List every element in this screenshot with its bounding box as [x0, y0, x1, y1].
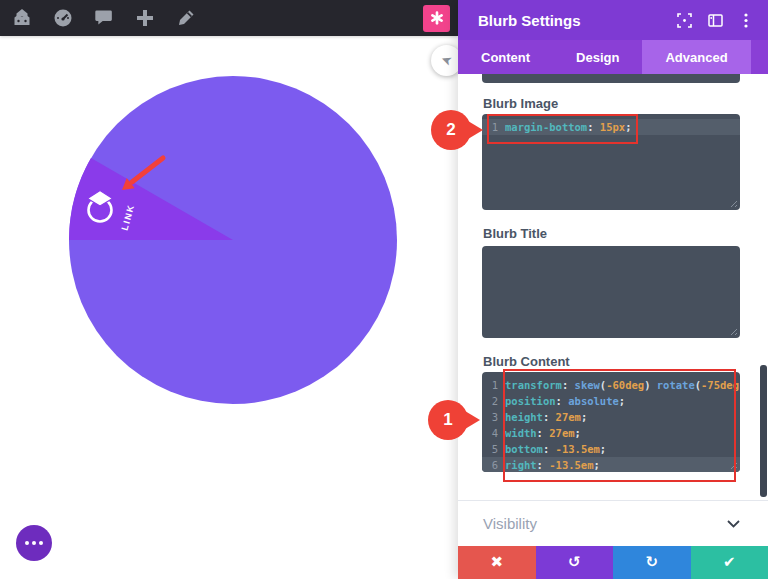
dashboard-gauge-icon[interactable]: [52, 7, 74, 29]
dock-panel-icon[interactable]: [707, 12, 723, 28]
code-line[interactable]: 3height: 27em;: [482, 409, 740, 425]
callout-badge-2: 2: [431, 110, 471, 150]
code-line[interactable]: 1transform: skew(-60deg) rotate(-75deg);: [482, 377, 740, 393]
focus-icon[interactable]: [676, 12, 692, 28]
ellipsis-dot: [39, 541, 43, 545]
page-settings-fab[interactable]: [16, 525, 52, 561]
panel-scrollbar-thumb[interactable]: [760, 365, 767, 497]
resize-grip-icon[interactable]: [728, 326, 737, 335]
save-button[interactable]: ✔: [691, 546, 768, 579]
discard-button[interactable]: ✖: [458, 546, 536, 579]
code-line[interactable]: 6right: -13.5em;: [482, 457, 740, 472]
field-label-blurb-image: Blurb Image: [483, 96, 558, 111]
kebab-menu-icon[interactable]: [738, 12, 754, 28]
callout-badge-1: 1: [428, 400, 468, 440]
blurb-module-preview[interactable]: LINK: [0, 0, 458, 579]
ellipsis-dot: [32, 541, 36, 545]
page-preview-canvas: LINK ➤: [0, 0, 458, 579]
code-line[interactable]: 5bottom: -13.5em;: [482, 441, 740, 457]
css-editor-blurb-content[interactable]: 1transform: skew(-60deg) rotate(-75deg);…: [482, 372, 740, 472]
admin-toolbar: [0, 0, 458, 36]
add-plus-icon[interactable]: [134, 7, 156, 29]
redo-button[interactable]: ↻: [613, 546, 691, 579]
divi-asterisk-icon: [429, 10, 445, 26]
divi-builder-button[interactable]: [423, 5, 450, 32]
partial-code-field[interactable]: [482, 74, 740, 83]
comment-icon[interactable]: [93, 7, 115, 29]
divi-builder-screen: LINK ➤ Blurb Settings: [0, 0, 768, 579]
cursor-arrow-icon: ➤: [439, 53, 454, 69]
undo-button[interactable]: ↺: [536, 546, 614, 579]
tab-design[interactable]: Design: [553, 40, 642, 74]
visibility-label: Visibility: [483, 515, 537, 532]
resize-grip-icon[interactable]: [728, 198, 737, 207]
css-editor-blurb-image[interactable]: 1margin-bottom: 15px;: [482, 114, 740, 210]
css-editor-blurb-title[interactable]: [482, 246, 740, 338]
pages-icon[interactable]: [11, 7, 33, 29]
edit-pencil-icon[interactable]: [175, 7, 197, 29]
code-line[interactable]: 1margin-bottom: 15px;: [482, 119, 740, 135]
visibility-section-toggle[interactable]: Visibility: [458, 500, 768, 546]
code-line[interactable]: 2position: absolute;: [482, 393, 740, 409]
tab-advanced[interactable]: Advanced: [642, 40, 750, 74]
code-line[interactable]: 4width: 27em;: [482, 425, 740, 441]
ellipsis-dot: [25, 541, 29, 545]
modal-title: Blurb Settings: [478, 12, 581, 29]
chevron-down-icon: [727, 520, 740, 528]
modal-header: Blurb Settings: [458, 0, 768, 40]
settings-scroll-area: Blurb Image 1margin-bottom: 15px; Blurb …: [458, 74, 768, 500]
field-label-blurb-content: Blurb Content: [483, 354, 570, 369]
blurb-settings-modal: Blurb Settings: [458, 0, 768, 579]
tab-content[interactable]: Content: [458, 40, 553, 74]
field-label-blurb-title: Blurb Title: [483, 226, 547, 241]
modal-footer: ✖ ↺ ↻ ✔: [458, 546, 768, 579]
settings-tab-bar: Content Design Advanced: [458, 40, 768, 74]
